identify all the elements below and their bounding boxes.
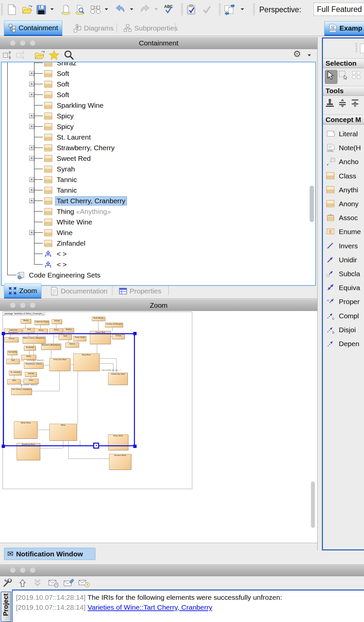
tree-item-spicy[interactable]: +Spicy <box>2 121 315 132</box>
tree-item-soft[interactable]: +Soft <box>2 90 315 100</box>
containment-tree[interactable]: Shiraz+Soft+Soft+SoftSparkling Wine+Spic… <box>1 62 316 286</box>
tree-item-label[interactable]: Spicy <box>57 123 74 131</box>
tree-item--[interactable]: < > <box>2 259 315 270</box>
tree-expand-button[interactable]: + <box>29 156 34 161</box>
tree-expand-button[interactable]: + <box>29 124 34 129</box>
window-button[interactable] <box>30 567 35 573</box>
containment-panel-header[interactable]: Containment <box>0 37 317 49</box>
viewport-drag-handle[interactable] <box>93 443 99 449</box>
chevron-down-icon[interactable] <box>32 578 42 588</box>
dropdown-caret-icon[interactable] <box>154 8 158 10</box>
diagram-class-box[interactable]: Cabernet Sauvignon <box>4 329 22 334</box>
tree-item-soft[interactable]: +Soft <box>2 68 315 79</box>
tree-expand-button[interactable]: + <box>29 177 34 182</box>
tree-item-label[interactable]: Sparkling Wine <box>57 101 103 109</box>
palette-item-compl[interactable]: CCompl <box>323 309 364 323</box>
messages-panel-header[interactable] <box>0 564 364 576</box>
tree-item-strawberry-cherry[interactable]: +Strawberry, Cherry <box>2 143 315 153</box>
diagram-class-box[interactable]: Occhio di Pernice <box>105 323 123 327</box>
zoom-scrollbar[interactable] <box>311 481 315 528</box>
project-tab[interactable]: Project <box>1 591 11 622</box>
undo-icon[interactable] <box>114 4 126 15</box>
dropdown-caret-icon[interactable] <box>241 8 244 10</box>
distribute-horizontal-icon[interactable] <box>337 98 349 110</box>
commit-check-icon[interactable] <box>202 4 212 15</box>
diagram-class-box[interactable]: Merlot <box>21 319 31 324</box>
redo-icon[interactable] <box>139 4 151 15</box>
tree-item-label[interactable]: St. Laurent <box>57 133 91 141</box>
tree-expand-button[interactable]: + <box>29 230 34 235</box>
section-concept-modeling[interactable]: Concept M <box>323 115 364 125</box>
palette-item-equiva[interactable]: Equiva <box>323 281 364 295</box>
tree-item-white-wine[interactable]: White Wine <box>2 217 315 227</box>
tree-expand-button[interactable]: + <box>29 92 34 97</box>
stamp-icon[interactable] <box>325 98 336 110</box>
diagram-class-box[interactable]: Soft <box>23 328 35 333</box>
diagram-class-box[interactable]: Spicy <box>49 328 63 333</box>
tree-item-code-engineering-sets[interactable]: Code Engineering Sets <box>2 270 315 280</box>
tree-item-label[interactable]: Wine <box>57 229 73 237</box>
tree-item-st-laurent[interactable]: St. Laurent <box>2 132 315 143</box>
find-icon[interactable] <box>90 4 101 15</box>
zoom-panel-header[interactable]: Zoom <box>0 299 317 311</box>
search-icon[interactable] <box>64 50 74 60</box>
collapse-icon[interactable] <box>3 50 14 61</box>
tree-item-label[interactable]: Thing «Anything» <box>57 208 111 216</box>
favorites-star-icon[interactable] <box>48 50 60 60</box>
tree-item-soft[interactable]: +Soft <box>2 79 315 90</box>
tree-expand-button[interactable]: + <box>29 71 34 76</box>
open-folder-icon[interactable] <box>34 50 46 61</box>
tree-expand-button[interactable]: + <box>29 198 34 203</box>
tree-expand-button[interactable]: + <box>29 82 34 87</box>
toolbar-grip[interactable] <box>1 4 3 16</box>
save-icon[interactable]: * <box>36 4 47 15</box>
tree-item-label[interactable]: < > <box>57 250 67 258</box>
palette-item-invers[interactable]: Invers <box>323 239 364 253</box>
palette-item-class[interactable]: Class <box>323 169 364 183</box>
tree-item-sparkling-wine[interactable]: Sparkling Wine <box>2 100 315 111</box>
tree-item-label[interactable]: Soft <box>57 80 69 88</box>
spellcheck-icon[interactable]: ABC <box>163 4 174 15</box>
print-icon[interactable] <box>60 4 72 15</box>
collapse-all-icon[interactable] <box>16 50 27 61</box>
tree-expand-button[interactable]: + <box>29 145 34 150</box>
mail-receive-icon[interactable] <box>48 578 59 588</box>
notification-console[interactable]: [2019.10.07::14:28:14] The IRIs for the … <box>12 590 364 622</box>
tab-documentation[interactable]: Documentation <box>46 283 111 299</box>
selection-handle[interactable] <box>2 332 5 335</box>
palette-item-note-h[interactable]: HTMLNote(H <box>323 141 364 155</box>
cursor-icon[interactable] <box>325 70 337 84</box>
tree-expand-button[interactable]: + <box>29 188 34 193</box>
diagram-class-box[interactable]: Spicy <box>34 329 48 334</box>
tree-item-label[interactable]: Tannic <box>57 186 77 194</box>
section-selection[interactable]: Selection <box>323 58 364 68</box>
toolbar-grip[interactable] <box>181 4 183 16</box>
palette-item-unidir[interactable]: Unidir <box>323 253 364 267</box>
palette-item-depen[interactable]: Depen <box>323 337 364 351</box>
palette-item-assoc[interactable]: Assoc <box>323 211 364 225</box>
tree-item-tannic[interactable]: +Tannic <box>2 174 315 185</box>
tab-properties[interactable]: Properties <box>115 283 165 299</box>
tab-containment[interactable]: Containment <box>4 21 62 36</box>
tree-item-tart-cherry-cranberry[interactable]: +Tart Cherry, Cranberry <box>2 196 315 206</box>
palette-item-anony[interactable]: Anony <box>323 197 364 211</box>
tree-item-spicy[interactable]: +Spicy <box>2 111 315 121</box>
settings-gear-icon[interactable]: ⚙ <box>293 50 301 59</box>
notification-window-button[interactable]: ✉ Notification Window <box>4 548 95 560</box>
palette-item-subcla[interactable]: Subcla <box>323 267 364 281</box>
tab-subproperties[interactable]: Subproperties <box>119 21 182 36</box>
new-document-icon[interactable] <box>7 4 17 15</box>
tree-item-wine[interactable]: +Wine <box>2 227 315 238</box>
dropdown-caret-icon[interactable] <box>50 8 54 10</box>
settings-caret-icon[interactable] <box>308 54 311 56</box>
tools-icon[interactable] <box>2 578 13 588</box>
section-tools[interactable]: Tools <box>323 86 364 96</box>
toolbar-grip[interactable] <box>219 4 221 16</box>
selection-handle[interactable] <box>133 445 137 448</box>
selection-handle[interactable] <box>2 445 5 448</box>
tree-item-label[interactable]: Strawberry, Cherry <box>57 144 115 152</box>
tree-item-label[interactable]: White Wine <box>57 218 92 226</box>
open-project-icon[interactable] <box>21 4 33 15</box>
palette-item-anythi[interactable]: Anythi <box>323 183 364 197</box>
diagram-class-box[interactable]: Dessert Wine <box>109 454 131 470</box>
